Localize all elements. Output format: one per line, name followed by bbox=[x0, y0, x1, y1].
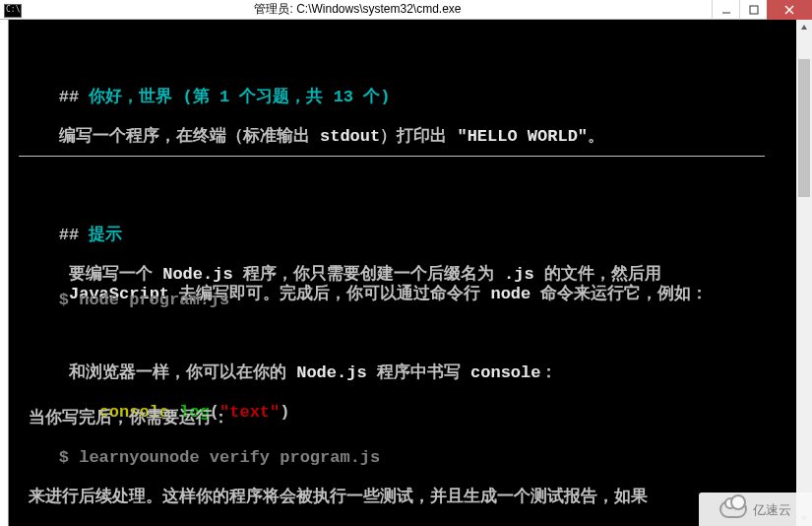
maximize-icon bbox=[749, 5, 759, 15]
watermark: 亿速云 bbox=[699, 493, 812, 526]
scroll-up-button[interactable] bbox=[796, 20, 812, 35]
window-titlebar: 管理员: C:\Windows\system32\cmd.exe bbox=[0, 0, 812, 20]
terminal-output: ## 你好，世界 (第 1 个习题，共 13 个) 编写一个程序，在终端（标准输… bbox=[9, 20, 796, 526]
task-text: 编写一个程序，在终端（标准输出 bbox=[59, 127, 320, 146]
command-example-1: $ node program.js bbox=[19, 284, 786, 317]
stdout-literal: stdout bbox=[320, 127, 380, 146]
svg-marker-4 bbox=[801, 25, 807, 30]
minimize-icon bbox=[721, 5, 731, 15]
hello-world-literal: "HELLO WORLD" bbox=[457, 127, 588, 146]
close-icon bbox=[783, 4, 795, 16]
maximize-button[interactable] bbox=[739, 0, 767, 20]
minimize-button[interactable] bbox=[712, 0, 739, 20]
svg-rect-1 bbox=[750, 6, 758, 14]
command-example-2: $ learnyounode verify program.js bbox=[19, 441, 786, 475]
watermark-text: 亿速云 bbox=[753, 503, 791, 516]
chevron-up-icon bbox=[800, 24, 808, 32]
window-title: 管理员: C:\Windows\system32\cmd.exe bbox=[4, 1, 712, 18]
code-example: console.log("text") bbox=[19, 362, 786, 396]
close-button[interactable] bbox=[767, 0, 812, 20]
cloud-icon bbox=[719, 500, 747, 518]
scroll-thumb[interactable] bbox=[798, 59, 810, 197]
window-controls bbox=[712, 0, 812, 20]
cmd-icon bbox=[4, 4, 22, 18]
vertical-scrollbar[interactable] bbox=[796, 20, 812, 526]
separator bbox=[19, 156, 765, 157]
window-left-border bbox=[0, 20, 9, 526]
